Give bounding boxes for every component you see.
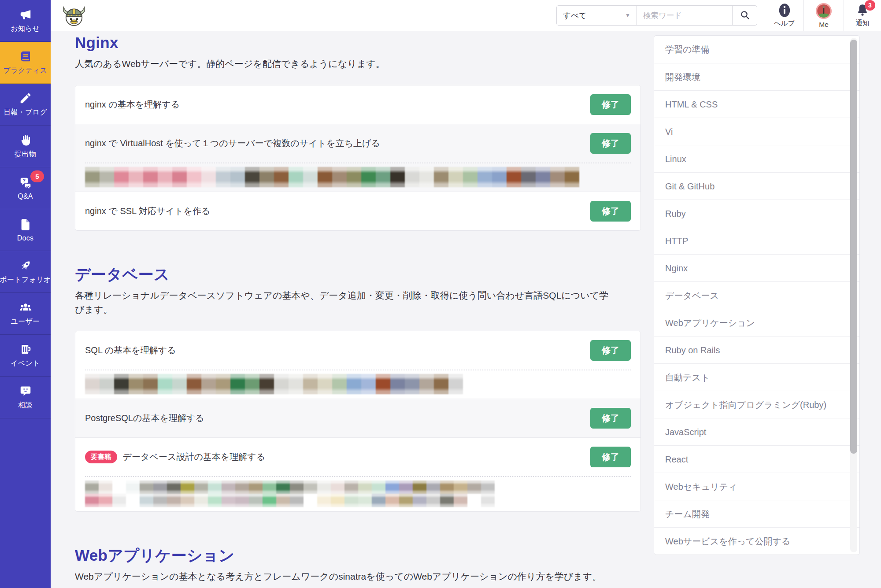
avatar[interactable] [454,481,467,494]
app-logo[interactable] [62,3,86,28]
avatar[interactable] [390,167,405,187]
avatar[interactable] [112,481,126,494]
category-item[interactable]: Git & GitHub [654,172,859,200]
sidebar-item-consultation[interactable]: 相談 [0,377,51,418]
avatar[interactable] [481,494,495,507]
category-item[interactable]: Ruby [654,200,859,227]
avatar[interactable] [376,374,390,394]
avatar[interactable] [100,374,114,394]
avatar[interactable] [318,374,332,394]
scrollbar-thumb[interactable] [850,40,857,454]
avatar[interactable] [481,481,495,494]
search-input[interactable] [637,6,732,25]
avatar[interactable] [85,494,99,507]
avatar[interactable] [259,374,274,394]
avatar[interactable] [390,374,405,394]
avatar[interactable] [235,494,249,507]
practice-title-link[interactable]: PostgreSQLの基本を理解する [85,412,204,424]
category-item[interactable]: JavaScript [654,418,859,445]
avatar[interactable] [129,167,143,187]
avatar[interactable] [448,167,463,187]
sidebar-item-practices[interactable]: プラクティス [0,42,51,84]
avatar[interactable] [126,494,140,507]
avatar[interactable] [216,374,230,394]
avatar[interactable] [467,481,481,494]
avatar[interactable] [536,167,550,187]
practice-title-link[interactable]: nginx で SSL 対応サイトを作る [85,205,210,217]
avatar[interactable] [143,374,158,394]
avatar[interactable] [317,481,331,494]
avatar[interactable] [332,167,347,187]
avatar[interactable] [230,374,245,394]
avatar[interactable] [126,481,140,494]
avatar[interactable] [413,481,426,494]
avatar[interactable] [245,167,259,187]
avatar[interactable] [249,481,263,494]
category-item[interactable]: 開発環境 [654,63,859,90]
avatar[interactable] [565,167,579,187]
avatar[interactable] [274,167,289,187]
avatar[interactable] [448,374,463,394]
practice-title-link[interactable]: データベース設計の基本を理解する [123,451,266,463]
avatar[interactable] [201,167,216,187]
avatar[interactable] [85,481,99,494]
completed-button[interactable]: 修了 [590,133,631,154]
completed-button[interactable]: 修了 [590,340,631,361]
avatar[interactable] [181,494,194,507]
avatar[interactable] [332,374,347,394]
avatar[interactable] [194,494,208,507]
category-item[interactable]: Ruby on Rails [654,336,859,363]
completed-button[interactable]: 修了 [590,408,631,429]
avatar[interactable] [158,374,172,394]
category-item[interactable]: Webアプリケーション [654,309,859,336]
avatar[interactable] [276,494,290,507]
avatar[interactable] [290,494,304,507]
avatar[interactable] [434,374,448,394]
avatar[interactable] [276,481,290,494]
sidebar-item-qa[interactable]: 5?Q&A [0,167,51,209]
avatar[interactable] [274,374,289,394]
avatar[interactable] [85,167,100,187]
avatar[interactable] [405,167,419,187]
avatar[interactable] [507,167,521,187]
category-item[interactable]: Nginx [654,254,859,281]
avatar[interactable] [454,494,467,507]
category-item[interactable]: 学習の準備 [654,36,859,63]
avatar[interactable] [434,167,448,187]
avatar[interactable] [259,167,274,187]
avatar[interactable] [478,167,492,187]
category-item[interactable]: データベース [654,281,859,309]
avatar[interactable] [419,374,434,394]
avatar[interactable] [361,374,376,394]
category-item[interactable]: Webセキュリティ [654,473,859,500]
avatar[interactable] [318,167,332,187]
category-item[interactable]: チーム開発 [654,500,859,527]
practice-title-link[interactable]: SQL の基本を理解する [85,344,176,356]
avatar[interactable] [129,374,143,394]
avatar[interactable] [521,167,536,187]
avatar[interactable] [222,481,235,494]
avatar[interactable] [208,481,222,494]
sidebar-item-announcements[interactable]: お知らせ [0,0,51,42]
avatar[interactable] [249,494,263,507]
avatar[interactable] [304,481,317,494]
avatar[interactable] [385,481,399,494]
avatar[interactable] [187,167,201,187]
sidebar-item-portfolio[interactable]: ポートフォリオ [0,251,51,293]
avatar[interactable] [158,167,172,187]
avatar[interactable] [331,494,344,507]
category-item[interactable]: オブジェクト指向プログラミング(Ruby) [654,391,859,418]
avatar[interactable] [358,481,372,494]
avatar[interactable] [361,167,376,187]
sidebar-item-docs[interactable]: Docs [0,209,51,251]
sidebar-item-submissions[interactable]: 提出物 [0,126,51,167]
me-menu[interactable]: Me [803,0,844,31]
avatar[interactable] [347,167,361,187]
category-item[interactable]: 自動テスト [654,363,859,391]
avatar[interactable] [230,167,245,187]
search-scope-select[interactable]: すべて ▼ [557,6,637,25]
avatar[interactable] [399,481,413,494]
avatar[interactable] [208,494,222,507]
avatar[interactable] [187,374,201,394]
category-item[interactable]: Linux [654,145,859,172]
